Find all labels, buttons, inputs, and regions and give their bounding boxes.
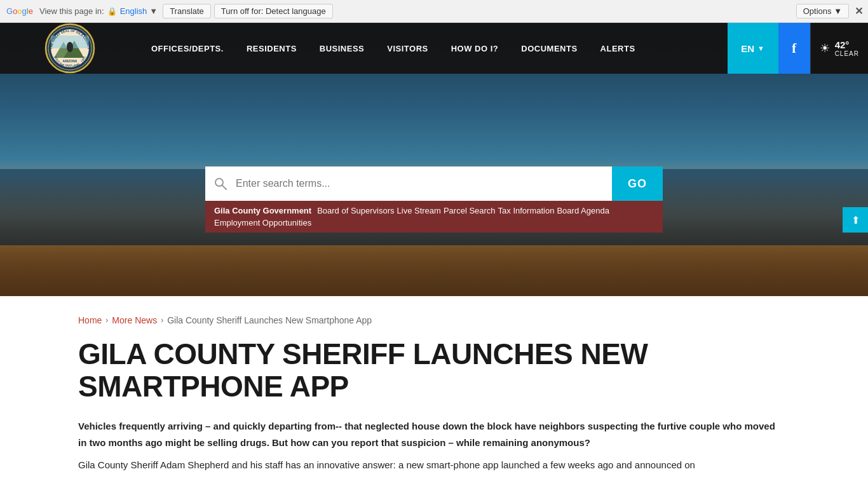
google-g-yellow: o — [17, 6, 22, 16]
weather-info: 42° CLEAR — [835, 39, 859, 57]
turnoff-button[interactable]: Turn off for: Detect language — [214, 4, 333, 18]
quick-link-agenda[interactable]: Board Agenda — [557, 206, 609, 215]
search-bar: GO — [205, 166, 663, 201]
lock-icon: 🔒 — [107, 7, 117, 16]
county-seal: THE GREAT SEAL OF GILA COUNTY ARIZONA · … — [44, 23, 95, 74]
translate-bar: Google View this page in: 🔒 English ▼ Tr… — [0, 0, 868, 23]
quick-link-livestream[interactable]: Live Stream — [397, 206, 441, 215]
nav-residents[interactable]: RESIDENTS — [235, 23, 308, 74]
nav-visitors[interactable]: VISITORS — [376, 23, 439, 74]
lang-dropdown-arrow: ▼ — [149, 6, 158, 16]
quick-link-board[interactable]: Board of Supervisors — [317, 206, 394, 215]
breadcrumb-more-news[interactable]: More News — [112, 315, 157, 325]
article-intro: Vehicles frequently arriving – and quick… — [78, 418, 777, 451]
content-area: Home › More News › Gila County Sheriff L… — [53, 296, 815, 488]
options-button[interactable]: Options ▼ — [796, 4, 849, 18]
search-input[interactable] — [236, 166, 612, 201]
language-arrow: ▼ — [757, 44, 764, 52]
google-logo: Google — [6, 6, 33, 16]
facebook-button[interactable]: f — [778, 23, 810, 74]
nav-documents[interactable]: DOCUMENTS — [510, 23, 588, 74]
main-nav: OFFICES/DEPTS. RESIDENTS BUSINESS VISITO… — [140, 23, 728, 74]
google-g-red2: e — [29, 6, 33, 16]
quick-link-tax[interactable]: Tax Information — [498, 206, 555, 215]
share-button[interactable]: ⬆ — [843, 207, 868, 233]
google-g-blue2: g — [22, 6, 27, 16]
breadcrumb: Home › More News › Gila County Sheriff L… — [78, 315, 790, 325]
breadcrumb-sep1: › — [105, 316, 108, 325]
facebook-icon: f — [792, 40, 796, 57]
google-g-blue: G — [6, 6, 13, 16]
site-header: THE GREAT SEAL OF GILA COUNTY ARIZONA · … — [0, 23, 868, 296]
weather-widget: ☀ 42° CLEAR — [810, 23, 868, 74]
nav-how-do-i[interactable]: HOW DO I? — [440, 23, 510, 74]
language-link[interactable]: English — [120, 6, 147, 16]
weather-temp: 42° — [835, 39, 859, 50]
quick-links: Gila County Government Board of Supervis… — [205, 201, 663, 233]
weather-desc: CLEAR — [835, 50, 859, 57]
translate-button[interactable]: Translate — [163, 4, 211, 18]
google-g-red: o — [13, 6, 17, 16]
language-label: EN — [741, 43, 754, 54]
article-body: Gila County Sheriff Adam Shepherd and hi… — [78, 457, 777, 473]
language-selector[interactable]: EN ▼ — [728, 23, 778, 74]
logo-area: THE GREAT SEAL OF GILA COUNTY ARIZONA · … — [0, 23, 140, 77]
breadcrumb-sep2: › — [161, 316, 163, 325]
nav-right: EN ▼ f ☀ 42° CLEAR — [728, 23, 868, 74]
svg-text:DIT DEUS · 1881: DIT DEUS · 1881 — [60, 64, 81, 67]
nav-alerts[interactable]: ALERTS — [589, 23, 647, 74]
quick-link-employment[interactable]: Employment Opportunities — [214, 218, 311, 227]
svg-line-12 — [222, 186, 226, 189]
share-icon: ⬆ — [851, 214, 860, 226]
nav-business[interactable]: BUSINESS — [308, 23, 376, 74]
view-text: View this page in: — [39, 6, 104, 16]
site-name: Gila County Government — [214, 206, 311, 215]
breadcrumb-current: Gila County Sheriff Launches New Smartph… — [167, 315, 372, 325]
svg-point-6 — [67, 42, 73, 52]
search-icon — [205, 166, 236, 201]
svg-text:ARIZONA: ARIZONA — [63, 59, 78, 63]
go-button[interactable]: GO — [612, 166, 663, 201]
svg-point-11 — [215, 179, 223, 186]
search-section: GO Gila County Government Board of Super… — [205, 166, 663, 233]
close-button[interactable]: ✕ — [855, 5, 863, 17]
weather-icon: ☀ — [820, 41, 830, 55]
page-title: GILA COUNTY SHERIFF LAUNCHES NEW SMARTPH… — [78, 338, 790, 402]
navigation-bar: THE GREAT SEAL OF GILA COUNTY ARIZONA · … — [0, 23, 868, 74]
breadcrumb-home[interactable]: Home — [78, 315, 102, 325]
nav-offices[interactable]: OFFICES/DEPTS. — [140, 23, 235, 74]
quick-link-parcel[interactable]: Parcel Search — [444, 206, 496, 215]
